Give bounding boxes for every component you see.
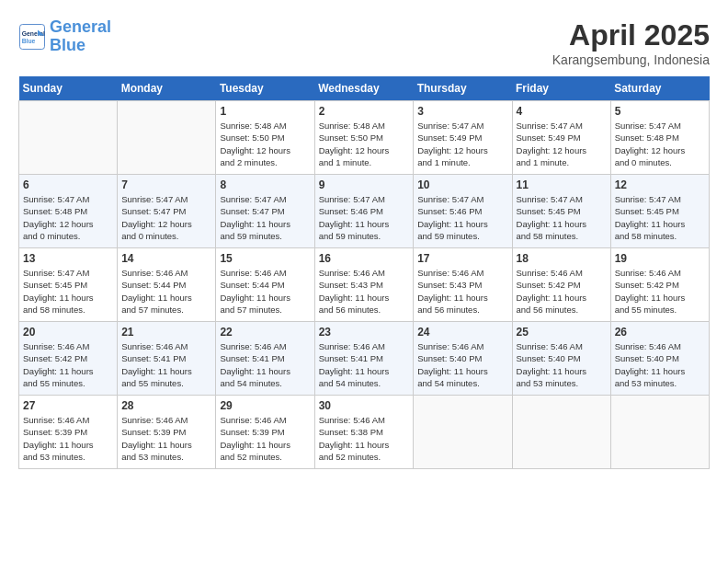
calendar-cell: 27Sunrise: 5:46 AM Sunset: 5:39 PM Dayli…: [19, 396, 118, 469]
day-info: Sunrise: 5:48 AM Sunset: 5:50 PM Dayligh…: [319, 120, 410, 168]
calendar-cell: 18Sunrise: 5:46 AM Sunset: 5:42 PM Dayli…: [512, 248, 610, 322]
calendar-cell: 14Sunrise: 5:46 AM Sunset: 5:44 PM Dayli…: [118, 248, 216, 322]
calendar-week-row: 6Sunrise: 5:47 AM Sunset: 5:48 PM Daylig…: [19, 175, 710, 248]
day-number: 3: [417, 105, 507, 118]
calendar-cell: 23Sunrise: 5:46 AM Sunset: 5:41 PM Dayli…: [314, 322, 414, 396]
calendar-cell: [610, 396, 709, 469]
calendar-cell: 6Sunrise: 5:47 AM Sunset: 5:48 PM Daylig…: [19, 175, 118, 248]
day-number: 2: [319, 105, 410, 118]
calendar-cell: 29Sunrise: 5:46 AM Sunset: 5:39 PM Dayli…: [216, 396, 314, 469]
calendar-cell: [512, 396, 610, 469]
calendar-cell: 17Sunrise: 5:46 AM Sunset: 5:43 PM Dayli…: [414, 248, 512, 322]
day-info: Sunrise: 5:46 AM Sunset: 5:40 PM Dayligh…: [417, 340, 507, 389]
day-info: Sunrise: 5:47 AM Sunset: 5:47 PM Dayligh…: [220, 193, 310, 242]
calendar-cell: 21Sunrise: 5:46 AM Sunset: 5:41 PM Dayli…: [118, 322, 216, 396]
day-number: 29: [220, 399, 310, 412]
day-number: 8: [220, 178, 310, 191]
calendar-week-row: 13Sunrise: 5:47 AM Sunset: 5:45 PM Dayli…: [19, 248, 710, 322]
day-info: Sunrise: 5:47 AM Sunset: 5:45 PM Dayligh…: [517, 193, 607, 242]
day-info: Sunrise: 5:47 AM Sunset: 5:49 PM Dayligh…: [417, 120, 507, 168]
calendar-cell: 22Sunrise: 5:46 AM Sunset: 5:41 PM Dayli…: [216, 322, 314, 396]
location-subtitle: Karangsembung, Indonesia: [552, 52, 710, 67]
calendar-cell: 4Sunrise: 5:47 AM Sunset: 5:49 PM Daylig…: [512, 101, 610, 175]
day-info: Sunrise: 5:46 AM Sunset: 5:39 PM Dayligh…: [23, 414, 113, 463]
calendar-cell: 16Sunrise: 5:46 AM Sunset: 5:43 PM Dayli…: [314, 248, 414, 322]
calendar-cell: 25Sunrise: 5:46 AM Sunset: 5:40 PM Dayli…: [512, 322, 610, 396]
page-header: General Blue GeneralBlue April 2025 Kara…: [18, 18, 710, 67]
calendar-cell: 11Sunrise: 5:47 AM Sunset: 5:45 PM Dayli…: [512, 175, 610, 248]
day-info: Sunrise: 5:46 AM Sunset: 5:38 PM Dayligh…: [319, 414, 410, 463]
title-block: April 2025 Karangsembung, Indonesia: [552, 18, 710, 67]
calendar-cell: 8Sunrise: 5:47 AM Sunset: 5:47 PM Daylig…: [216, 175, 314, 248]
day-number: 12: [615, 178, 705, 191]
calendar-cell: 20Sunrise: 5:46 AM Sunset: 5:42 PM Dayli…: [19, 322, 118, 396]
calendar-cell: 15Sunrise: 5:46 AM Sunset: 5:44 PM Dayli…: [216, 248, 314, 322]
day-number: 25: [517, 326, 607, 339]
day-number: 13: [23, 252, 113, 265]
day-info: Sunrise: 5:46 AM Sunset: 5:43 PM Dayligh…: [319, 267, 410, 316]
calendar-cell: [414, 396, 512, 469]
day-number: 9: [319, 178, 410, 191]
day-info: Sunrise: 5:47 AM Sunset: 5:49 PM Dayligh…: [517, 120, 607, 168]
calendar-cell: 13Sunrise: 5:47 AM Sunset: 5:45 PM Dayli…: [19, 248, 118, 322]
day-number: 20: [23, 326, 113, 339]
day-number: 24: [417, 326, 507, 339]
day-info: Sunrise: 5:46 AM Sunset: 5:44 PM Dayligh…: [220, 267, 310, 316]
day-number: 16: [319, 252, 410, 265]
day-info: Sunrise: 5:47 AM Sunset: 5:45 PM Dayligh…: [615, 193, 705, 242]
day-info: Sunrise: 5:47 AM Sunset: 5:48 PM Dayligh…: [23, 193, 113, 242]
svg-rect-0: [20, 24, 45, 49]
month-title: April 2025: [552, 18, 710, 52]
calendar-table: SundayMondayTuesdayWednesdayThursdayFrid…: [18, 76, 710, 469]
day-info: Sunrise: 5:48 AM Sunset: 5:50 PM Dayligh…: [220, 120, 310, 168]
calendar-cell: 26Sunrise: 5:46 AM Sunset: 5:40 PM Dayli…: [610, 322, 709, 396]
logo-icon: General Blue: [18, 23, 46, 51]
day-number: 23: [319, 326, 410, 339]
day-number: 21: [121, 326, 211, 339]
calendar-cell: 1Sunrise: 5:48 AM Sunset: 5:50 PM Daylig…: [216, 101, 314, 175]
calendar-header-row: SundayMondayTuesdayWednesdayThursdayFrid…: [19, 76, 710, 101]
day-info: Sunrise: 5:46 AM Sunset: 5:39 PM Dayligh…: [121, 414, 211, 463]
calendar-cell: 3Sunrise: 5:47 AM Sunset: 5:49 PM Daylig…: [414, 101, 512, 175]
day-number: 27: [23, 399, 113, 412]
day-number: 26: [615, 326, 705, 339]
calendar-cell: 12Sunrise: 5:47 AM Sunset: 5:45 PM Dayli…: [610, 175, 709, 248]
calendar-cell: 10Sunrise: 5:47 AM Sunset: 5:46 PM Dayli…: [414, 175, 512, 248]
calendar-cell: 7Sunrise: 5:47 AM Sunset: 5:47 PM Daylig…: [118, 175, 216, 248]
calendar-week-row: 20Sunrise: 5:46 AM Sunset: 5:42 PM Dayli…: [19, 322, 710, 396]
day-number: 14: [121, 252, 211, 265]
weekday-header: Saturday: [610, 76, 709, 101]
calendar-cell: 30Sunrise: 5:46 AM Sunset: 5:38 PM Dayli…: [314, 396, 414, 469]
logo-text: GeneralBlue: [50, 18, 111, 55]
calendar-cell: 28Sunrise: 5:46 AM Sunset: 5:39 PM Dayli…: [118, 396, 216, 469]
day-info: Sunrise: 5:46 AM Sunset: 5:40 PM Dayligh…: [615, 340, 705, 389]
day-number: 4: [517, 105, 607, 118]
calendar-cell: 2Sunrise: 5:48 AM Sunset: 5:50 PM Daylig…: [314, 101, 414, 175]
calendar-week-row: 27Sunrise: 5:46 AM Sunset: 5:39 PM Dayli…: [19, 396, 710, 469]
day-number: 18: [517, 252, 607, 265]
day-info: Sunrise: 5:46 AM Sunset: 5:43 PM Dayligh…: [417, 267, 507, 316]
day-number: 1: [220, 105, 310, 118]
weekday-header: Friday: [512, 76, 610, 101]
day-info: Sunrise: 5:47 AM Sunset: 5:46 PM Dayligh…: [417, 193, 507, 242]
day-info: Sunrise: 5:46 AM Sunset: 5:42 PM Dayligh…: [517, 267, 607, 316]
day-number: 19: [615, 252, 705, 265]
day-info: Sunrise: 5:46 AM Sunset: 5:41 PM Dayligh…: [121, 340, 211, 389]
weekday-header: Sunday: [19, 76, 118, 101]
day-info: Sunrise: 5:46 AM Sunset: 5:44 PM Dayligh…: [121, 267, 211, 316]
calendar-cell: 24Sunrise: 5:46 AM Sunset: 5:40 PM Dayli…: [414, 322, 512, 396]
day-info: Sunrise: 5:47 AM Sunset: 5:46 PM Dayligh…: [319, 193, 410, 242]
calendar-cell: 9Sunrise: 5:47 AM Sunset: 5:46 PM Daylig…: [314, 175, 414, 248]
weekday-header: Wednesday: [314, 76, 414, 101]
day-number: 6: [23, 178, 113, 191]
calendar-week-row: 1Sunrise: 5:48 AM Sunset: 5:50 PM Daylig…: [19, 101, 710, 175]
calendar-cell: [118, 101, 216, 175]
day-info: Sunrise: 5:46 AM Sunset: 5:42 PM Dayligh…: [615, 267, 705, 316]
day-number: 5: [615, 105, 705, 118]
calendar-cell: [19, 101, 118, 175]
day-info: Sunrise: 5:47 AM Sunset: 5:47 PM Dayligh…: [121, 193, 211, 242]
logo: General Blue GeneralBlue: [18, 18, 111, 55]
day-number: 28: [121, 399, 211, 412]
weekday-header: Thursday: [414, 76, 512, 101]
calendar-cell: 19Sunrise: 5:46 AM Sunset: 5:42 PM Dayli…: [610, 248, 709, 322]
